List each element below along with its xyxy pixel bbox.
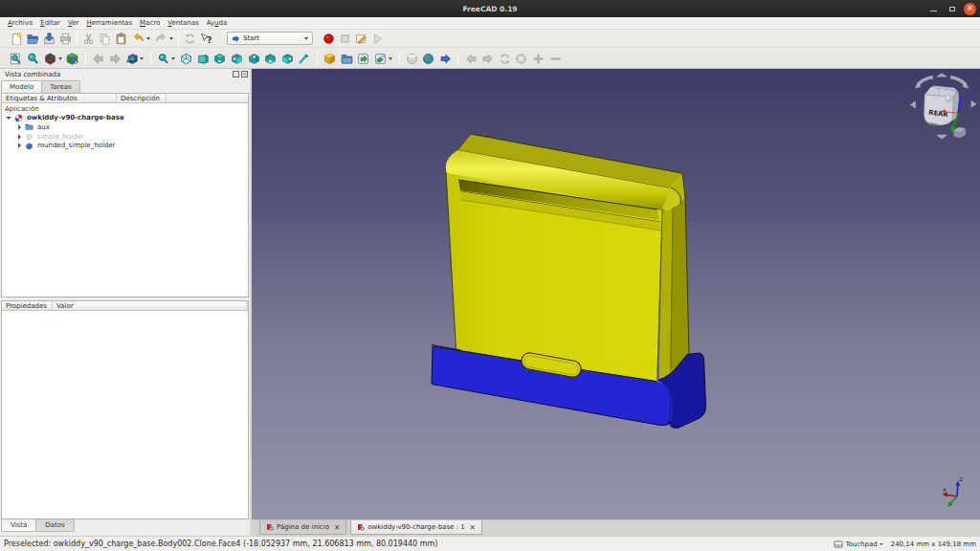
view-isometric-button[interactable]	[123, 51, 146, 67]
draw-style-button[interactable]	[64, 51, 81, 67]
document-open-button[interactable]	[25, 31, 41, 47]
close-tab-icon[interactable]: ✕	[334, 523, 340, 532]
dropdown-caret-icon[interactable]	[58, 57, 62, 60]
nav-forward-button[interactable]	[479, 51, 497, 67]
menu-ayuda[interactable]: Ayuda	[203, 19, 232, 27]
redo-button[interactable]	[152, 31, 175, 47]
zoom-in-button[interactable]	[530, 51, 547, 67]
navigation-cube[interactable]: REAR	[910, 73, 977, 139]
measure-distance-button[interactable]	[296, 51, 313, 67]
dock-float-icon[interactable]	[233, 71, 239, 77]
document-save-button[interactable]	[41, 31, 57, 47]
dropdown-caret-icon[interactable]	[171, 57, 175, 60]
view-left-button[interactable]	[279, 51, 297, 67]
dropdown-caret-icon[interactable]	[389, 57, 392, 60]
cut-button[interactable]	[80, 31, 97, 47]
make-link-button[interactable]	[355, 51, 372, 67]
view-rear-button[interactable]	[245, 51, 262, 67]
paste-button[interactable]	[113, 31, 129, 47]
make-sub-link-button[interactable]	[372, 51, 395, 67]
fit-selection-icon	[27, 53, 39, 65]
print-button[interactable]	[57, 31, 74, 47]
collapse-arrow-icon[interactable]	[18, 124, 21, 130]
menu-macro[interactable]: Macro	[136, 19, 164, 27]
tree-item-document[interactable]: owkiddy-v90-charge-base	[2, 114, 248, 123]
tab-modelo[interactable]: Modelo	[1, 80, 42, 93]
tab-start-page[interactable]: Página de inicio ✕	[259, 520, 346, 535]
tab-datos[interactable]: Datos	[35, 519, 74, 532]
dropdown-caret-icon[interactable]	[146, 37, 150, 40]
tab-vista[interactable]: Vista	[1, 519, 36, 532]
prop-header-property[interactable]: Propiedades	[2, 301, 53, 310]
create-group-button[interactable]	[338, 51, 355, 67]
dropdown-caret-icon[interactable]	[140, 57, 144, 60]
view-top-button[interactable]	[212, 51, 229, 67]
model-yellow-holder[interactable]	[446, 134, 689, 382]
web-next-icon	[439, 53, 452, 65]
web-stop-button[interactable]	[404, 51, 421, 67]
web-home-button[interactable]	[420, 51, 437, 67]
whats-this-icon	[200, 33, 212, 45]
tree-item-simple-holder[interactable]: simple_holder	[2, 132, 248, 142]
create-part-button[interactable]	[322, 51, 339, 67]
nav-refresh-button[interactable]	[496, 51, 513, 67]
fit-selection-button[interactable]	[25, 51, 42, 67]
nav-style-caret-icon[interactable]	[880, 543, 883, 545]
nav-back-button[interactable]	[462, 51, 479, 67]
macro-edit-button[interactable]	[353, 31, 369, 47]
tree-item-aux[interactable]: aux	[2, 122, 248, 132]
refresh-icon	[184, 33, 196, 45]
undo-icon	[132, 33, 145, 45]
tree-root-application[interactable]: Aplicación	[2, 104, 248, 114]
view-forward-button[interactable]	[106, 51, 123, 67]
web-next-button[interactable]	[437, 51, 455, 67]
tree-item-rounded-simple-holder[interactable]: rounded_simple_holder	[2, 141, 248, 150]
tab-document-view[interactable]: owkiddy-v90-charge-base : 1 ✕	[350, 520, 482, 535]
macro-play-button[interactable]	[369, 31, 386, 47]
menu-editar[interactable]: Editar	[36, 19, 64, 27]
restore-button[interactable]	[946, 3, 958, 15]
clipping-plane-button[interactable]	[41, 51, 64, 67]
view-axonometric-button[interactable]	[178, 51, 195, 67]
menu-ver[interactable]: Ver	[64, 19, 82, 27]
zoom-out-button[interactable]	[546, 51, 564, 67]
view-bottom-button[interactable]	[262, 51, 279, 67]
whats-this-button[interactable]	[198, 31, 214, 47]
view-forward-icon	[109, 53, 122, 65]
menu-archivo[interactable]: Archivo	[4, 19, 36, 27]
view-back-button[interactable]	[90, 51, 107, 67]
viewport-3d[interactable]: REAR x z	[252, 69, 980, 519]
document-new-button[interactable]	[9, 31, 25, 47]
close-button[interactable]: ×	[964, 3, 976, 15]
freecad-logo-icon	[266, 523, 274, 531]
nav-style-label[interactable]: Touchpad	[845, 540, 877, 548]
refresh-button[interactable]	[182, 31, 198, 47]
nav-stop-button[interactable]	[513, 51, 530, 67]
dropdown-caret-icon[interactable]	[169, 37, 173, 40]
undo-button[interactable]	[129, 31, 152, 47]
view-right-button[interactable]	[229, 51, 246, 67]
view-front-button[interactable]	[195, 51, 212, 67]
macro-stop-button[interactable]	[337, 31, 353, 47]
zoom-button[interactable]	[155, 51, 178, 67]
copy-button[interactable]	[97, 31, 113, 47]
close-tab-icon[interactable]: ✕	[470, 523, 476, 532]
menu-herramientas[interactable]: Herramientas	[82, 19, 136, 27]
menu-ventanas[interactable]: Ventanas	[164, 19, 202, 27]
dock-close-icon[interactable]: ×	[241, 71, 248, 77]
fit-all-button[interactable]	[8, 51, 25, 67]
nav-back-icon	[465, 53, 478, 65]
expand-arrow-icon[interactable]	[6, 117, 11, 120]
tab-tareas[interactable]: Tareas	[41, 80, 79, 93]
macro-record-button[interactable]	[321, 31, 337, 47]
toolbar-separator	[457, 52, 458, 65]
workbench-value: Start	[243, 34, 304, 42]
workbench-selector[interactable]: Start	[227, 32, 313, 45]
workbench-caret-icon[interactable]	[304, 37, 308, 40]
prop-header-value[interactable]: Valor	[53, 301, 248, 310]
tree-header-description[interactable]: Descripción	[117, 94, 167, 102]
minimize-button[interactable]	[927, 3, 940, 15]
tree-header-labels[interactable]: Etiquetas & Atributos	[2, 94, 117, 102]
collapse-arrow-icon[interactable]	[18, 143, 21, 148]
collapse-arrow-icon[interactable]	[18, 134, 21, 140]
